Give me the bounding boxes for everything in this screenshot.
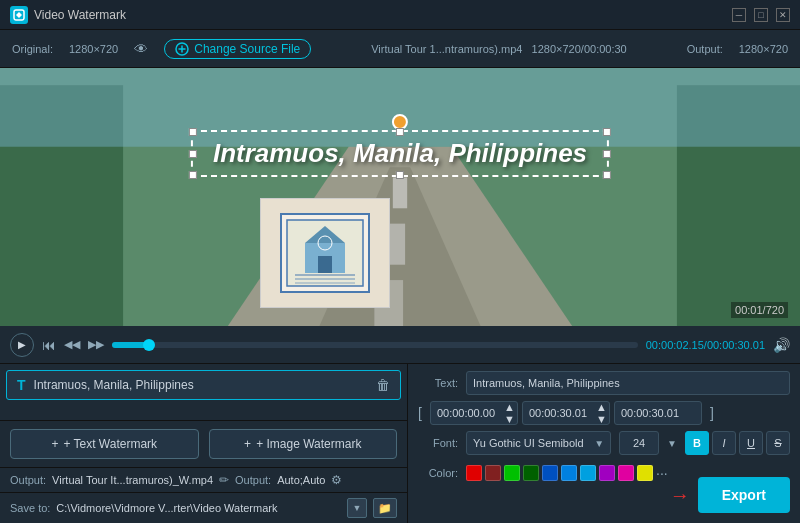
time-group: 00:00:00.00 ▲ ▼ 00:00:30.01 ▲ ▼ 00:00:30… xyxy=(430,401,702,425)
color-swatch-red[interactable] xyxy=(466,465,482,481)
text-property-row: Text: xyxy=(418,370,790,396)
edit-output-button[interactable]: ✏ xyxy=(219,473,229,487)
add-text-watermark-button[interactable]: + + Text Watermark xyxy=(10,429,199,459)
time-dur-value: 00:00:30.01 xyxy=(621,407,679,419)
color-swatch-darkred[interactable] xyxy=(485,465,501,481)
progress-bar[interactable] xyxy=(112,342,638,348)
time-start-value: 00:00:00.00 xyxy=(437,407,495,419)
color-swatch-purple[interactable] xyxy=(599,465,615,481)
progress-thumb[interactable] xyxy=(143,339,155,351)
color-swatch-pink[interactable] xyxy=(618,465,634,481)
time-property-row: [ 00:00:00.00 ▲ ▼ 00:00:30.01 ▲ ▼ xyxy=(418,400,790,426)
time-dur-box: 00:00:30.01 xyxy=(614,401,702,425)
volume-icon[interactable]: 🔊 xyxy=(773,337,790,353)
add-image-icon: + xyxy=(244,437,251,451)
corner-handle-bl[interactable] xyxy=(189,171,197,179)
toolbar: Original: 1280×720 👁 Change Source File … xyxy=(0,30,800,68)
save-path-value: C:\Vidmore\Vidmore V...rter\Video Waterm… xyxy=(56,502,341,514)
spin-up[interactable]: ▲ xyxy=(596,402,607,413)
change-source-button[interactable]: Change Source File xyxy=(164,39,311,59)
add-image-watermark-button[interactable]: + + Image Watermark xyxy=(209,429,398,459)
output2-value: Auto;Auto xyxy=(277,474,325,486)
video-timestamp: 00:01/720 xyxy=(731,302,788,318)
spin-up[interactable]: ▲ xyxy=(504,402,515,413)
app-title: Video Watermark xyxy=(34,8,732,22)
video-background xyxy=(0,68,800,326)
prev-button[interactable]: ⏮ xyxy=(42,337,56,353)
spin-down[interactable]: ▼ xyxy=(596,414,607,425)
eye-icon[interactable]: 👁 xyxy=(134,41,148,57)
titlebar: Video Watermark ─ □ ✕ xyxy=(0,0,800,30)
text-watermark-overlay[interactable]: Intramuos, Manila, Philippines xyxy=(191,130,609,177)
svg-rect-20 xyxy=(295,282,355,284)
color-swatch-darkgreen[interactable] xyxy=(523,465,539,481)
app-icon xyxy=(10,6,28,24)
style-buttons: B I U S xyxy=(685,431,790,455)
save-to-label: Save to: xyxy=(10,502,50,514)
font-size-chevron[interactable]: ▼ xyxy=(667,438,677,449)
color-prop-label: Color: xyxy=(418,467,458,479)
chevron-down-icon: ▼ xyxy=(594,438,604,449)
play-button[interactable]: ▶ xyxy=(10,333,34,357)
time-end-value: 00:00:30.01 xyxy=(529,407,587,419)
svg-rect-9 xyxy=(393,178,407,209)
output2-label: Output: xyxy=(235,474,271,486)
strikethrough-button[interactable]: S xyxy=(766,431,790,455)
path-dropdown-button[interactable]: ▼ xyxy=(347,498,367,518)
add-image-label: + Image Watermark xyxy=(256,437,361,451)
export-area: → Export xyxy=(670,477,790,513)
maximize-button[interactable]: □ xyxy=(754,8,768,22)
corner-handle-br[interactable] xyxy=(603,171,611,179)
color-swatch-cyan[interactable] xyxy=(580,465,596,481)
time-bracket-close: ] xyxy=(710,405,714,421)
bold-button[interactable]: B xyxy=(685,431,709,455)
color-swatch-blue2[interactable] xyxy=(561,465,577,481)
text-type-icon: T xyxy=(17,377,26,393)
time-end-spinner[interactable]: ▲ ▼ xyxy=(596,402,607,425)
stamp-image xyxy=(280,213,370,293)
corner-handle-tr[interactable] xyxy=(603,128,611,136)
delete-watermark-button[interactable]: 🗑 xyxy=(376,377,390,393)
watermark-list: T Intramuos, Manila, Philippines 🗑 xyxy=(0,364,407,420)
watermark-item[interactable]: T Intramuos, Manila, Philippines 🗑 xyxy=(6,370,401,400)
skip-back-button[interactable]: ◀◀ xyxy=(64,338,80,351)
more-colors-button[interactable]: ··· xyxy=(656,465,668,481)
color-swatch-yellow[interactable] xyxy=(637,465,653,481)
watermark-item-label: Intramuos, Manila, Philippines xyxy=(34,378,368,392)
corner-handle-ml[interactable] xyxy=(189,150,197,158)
time-bracket-open: [ xyxy=(418,405,422,421)
italic-button[interactable]: I xyxy=(712,431,736,455)
minimize-button[interactable]: ─ xyxy=(732,8,746,22)
original-resolution: 1280×720 xyxy=(69,43,118,55)
color-swatch-green[interactable] xyxy=(504,465,520,481)
corner-handle-tl[interactable] xyxy=(189,128,197,136)
time-start-box[interactable]: 00:00:00.00 ▲ ▼ xyxy=(430,401,518,425)
output-label: Output: xyxy=(687,43,723,55)
stamp-svg xyxy=(285,218,365,288)
color-swatch-blue1[interactable] xyxy=(542,465,558,481)
text-prop-label: Text: xyxy=(418,377,458,389)
close-button[interactable]: ✕ xyxy=(776,8,790,22)
export-arrow-icon: → xyxy=(670,484,690,507)
corner-handle-bm[interactable] xyxy=(396,171,404,179)
add-text-label: + Text Watermark xyxy=(63,437,157,451)
font-size-box[interactable]: 24 xyxy=(619,431,659,455)
corner-handle-tm[interactable] xyxy=(396,128,404,136)
underline-button[interactable]: U xyxy=(739,431,763,455)
settings-icon[interactable]: ⚙ xyxy=(331,473,342,487)
font-size-value: 24 xyxy=(633,437,645,449)
spin-down[interactable]: ▼ xyxy=(504,414,515,425)
left-panel: T Intramuos, Manila, Philippines 🗑 + + T… xyxy=(0,364,408,523)
open-folder-button[interactable]: 📁 xyxy=(373,498,397,518)
font-dropdown[interactable]: Yu Gothic UI Semibold ▼ xyxy=(466,431,611,455)
time-display: 00:00:02.15/00:00:30.01 xyxy=(646,339,765,351)
time-end-box[interactable]: 00:00:30.01 ▲ ▼ xyxy=(522,401,610,425)
image-watermark-overlay[interactable] xyxy=(260,198,390,308)
corner-handle-mr[interactable] xyxy=(603,150,611,158)
time-start-spinner[interactable]: ▲ ▼ xyxy=(504,402,515,425)
text-input[interactable] xyxy=(466,371,790,395)
output-file-value: Virtual Tour It...tramuros)_W.mp4 xyxy=(52,474,213,486)
skip-fwd-button[interactable]: ▶▶ xyxy=(88,338,104,351)
export-button[interactable]: Export xyxy=(698,477,790,513)
add-text-icon: + xyxy=(51,437,58,451)
